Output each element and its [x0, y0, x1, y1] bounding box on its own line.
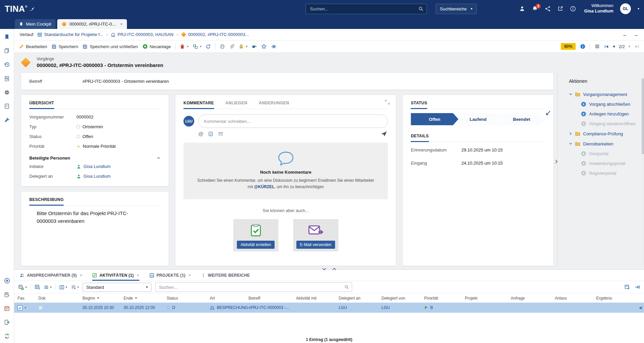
history-forward-icon[interactable]: → — [633, 32, 639, 38]
first-record-icon[interactable] — [604, 44, 609, 49]
collapse-grid-panel-icon[interactable]: « — [639, 305, 642, 311]
comment-input[interactable] — [198, 114, 388, 128]
tab-uebersicht[interactable]: ÜBERSICHT — [29, 99, 54, 109]
status-step-offen[interactable]: Offen — [411, 113, 458, 125]
column-header-anlass[interactable]: Anlass — [555, 296, 596, 301]
close-tab-icon[interactable]: × — [137, 273, 139, 278]
global-search-input[interactable] — [306, 4, 427, 14]
action-group-dienstbarkeiten[interactable]: Dienstbarkeiten — [569, 139, 640, 149]
tab-aenderungen[interactable]: ÄNDERUNGEN — [259, 99, 289, 109]
action-anliegen-hinzufuegen[interactable]: Anliegen hinzufügen — [569, 109, 640, 119]
tab-status[interactable]: STATUS — [411, 99, 427, 109]
betreff-cell[interactable]: #PRJ-ITC-0000003 -... — [248, 305, 296, 310]
status-step-laufend[interactable]: Laufend — [454, 113, 502, 125]
list-view-button[interactable]: ▾ — [44, 285, 52, 290]
action-group-vorgangsmanagement[interactable]: Vorgangsmanagement — [569, 89, 640, 99]
vertical-scrollbar[interactable] — [642, 74, 644, 267]
external-link-icon[interactable] — [557, 6, 563, 11]
table-check-button[interactable] — [624, 284, 630, 290]
new-activity-button[interactable]: ▾ — [18, 284, 27, 290]
tab-ansprechpartner[interactable]: ANSPRECHPARTNER (5) × — [20, 270, 82, 281]
duplicate-button[interactable]: ▾ — [193, 44, 202, 49]
column-header-prioritaet[interactable]: Priorität — [424, 296, 465, 301]
notes-icon[interactable] — [4, 292, 10, 298]
delete-button[interactable]: ▾ — [180, 44, 189, 49]
tab-details[interactable]: DETAILS — [411, 132, 429, 142]
initiator-link[interactable]: Gisa Lundlum — [83, 164, 110, 169]
columns-button[interactable]: ▾ — [59, 285, 67, 290]
row-checkbox[interactable] — [18, 305, 23, 310]
search-icon[interactable] — [344, 285, 349, 289]
user-menu-chevron-icon[interactable]: ▾ — [638, 7, 639, 10]
column-header-fav[interactable]: Fav. — [18, 296, 38, 301]
new-record-button[interactable]: Neuanlage — [142, 44, 171, 49]
close-tab-icon[interactable]: × — [80, 273, 82, 278]
tina-logo[interactable]: TINA® — [5, 4, 35, 14]
breadcrumb-item-vorgang[interactable]: 0000002, #PRJ-ITC-0000003... — [181, 32, 249, 37]
column-header-ende[interactable]: Ende▼ — [124, 296, 167, 301]
save-button[interactable]: Speichern — [52, 44, 78, 49]
lock-button[interactable]: ▾ — [239, 44, 247, 49]
document-search-icon[interactable] — [4, 76, 10, 81]
favorite-star-button[interactable] — [261, 44, 267, 49]
last-record-icon[interactable] — [635, 44, 639, 49]
link-record-button[interactable] — [252, 44, 257, 49]
history-back-icon[interactable]: ← — [622, 32, 628, 38]
collapse-down-chevron-icon[interactable] — [322, 268, 327, 271]
send-email-tile[interactable]: E-Mail versenden — [293, 219, 338, 251]
column-header-art[interactable]: Art — [210, 296, 248, 301]
create-activity-button[interactable]: Aktivität erstellen — [237, 241, 275, 249]
progress-badge[interactable]: 60% — [561, 43, 576, 50]
view-select[interactable]: Standard ▾ — [82, 283, 151, 292]
group-sort-button[interactable]: ▾ — [71, 285, 79, 290]
column-header-delegiert-an[interactable]: Delegiert an — [339, 296, 381, 301]
notifications-bell-icon[interactable]: 3 — [532, 6, 538, 12]
send-comment-icon[interactable] — [381, 131, 387, 137]
collapse-panel-right-icon[interactable] — [635, 284, 640, 290]
settings-gear-icon[interactable] — [4, 90, 10, 95]
grid-search-button[interactable] — [35, 284, 40, 290]
grid-search-input[interactable] — [155, 282, 352, 292]
collapse-section-icon[interactable] — [157, 157, 161, 160]
history-icon[interactable] — [4, 62, 10, 68]
beginn-cell[interactable]: 30.10.2025 10:30 — [82, 305, 124, 310]
menu-hamburger-icon[interactable] — [595, 44, 600, 49]
chevron-down-icon[interactable]: ▾ — [25, 306, 26, 309]
tab-aktivitaeten[interactable]: AKTIVITÄTEN (1) × — [92, 270, 139, 281]
expand-fullscreen-icon[interactable] — [385, 100, 390, 105]
breadcrumb-item-project[interactable]: PRJ-ITC-0000003, HAUSAN — [111, 32, 173, 37]
column-header-delegiert-von[interactable]: Delegiert von — [381, 296, 424, 301]
tab-projekte[interactable]: PROJEKTE (1) × — [149, 270, 191, 281]
mail-icon[interactable] — [218, 132, 223, 136]
mention-at-icon[interactable]: @ — [198, 131, 203, 137]
portal-user-icon[interactable] — [519, 6, 525, 12]
close-tab-icon[interactable]: × — [120, 22, 123, 27]
calendar-icon[interactable] — [4, 306, 10, 311]
favorites-bookmark-icon[interactable] — [4, 34, 10, 40]
search-icon[interactable] — [418, 6, 423, 11]
scrollbar-thumb[interactable] — [642, 78, 644, 154]
action-group-compliance-pruefung[interactable]: Compliance-Prüfung — [569, 129, 640, 139]
send-email-button[interactable]: E-Mail versenden — [296, 241, 335, 249]
previous-record-icon[interactable] — [612, 44, 616, 48]
ende-cell[interactable]: 30.10.2025 12:00 — [124, 305, 167, 310]
column-header-ergebnis[interactable]: Ergebnis — [596, 296, 644, 301]
print-button[interactable] — [220, 44, 225, 49]
tab-anliegen[interactable]: ANLIEGEN — [226, 99, 247, 109]
breadcrumb-item-search[interactable]: Standardsuche für Projekte f... — [37, 32, 103, 37]
info-circle-icon[interactable] — [580, 44, 585, 49]
column-header-anfrage[interactable]: Anfrage — [511, 296, 555, 301]
tab-weitere-bereiche[interactable]: ⋮ WEITERE BEREICHE — [201, 270, 250, 281]
column-header-projekt[interactable]: Projekt — [465, 296, 511, 301]
column-header-dok[interactable]: Dok — [38, 296, 82, 301]
tab-mein-cockpit[interactable]: Mein Cockpit — [15, 19, 56, 29]
help-info-icon[interactable] — [570, 6, 576, 12]
create-activity-tile[interactable]: Aktivität erstellen — [233, 219, 278, 251]
close-tab-icon[interactable]: × — [189, 273, 191, 278]
refresh-button[interactable] — [206, 44, 211, 49]
geoportal-compass-icon[interactable] — [4, 278, 10, 284]
status-expand-icon[interactable] — [546, 110, 551, 115]
column-header-betreff[interactable]: Betreff — [248, 296, 296, 301]
document-export-icon[interactable] — [4, 319, 10, 325]
share-icon[interactable] — [545, 6, 551, 12]
